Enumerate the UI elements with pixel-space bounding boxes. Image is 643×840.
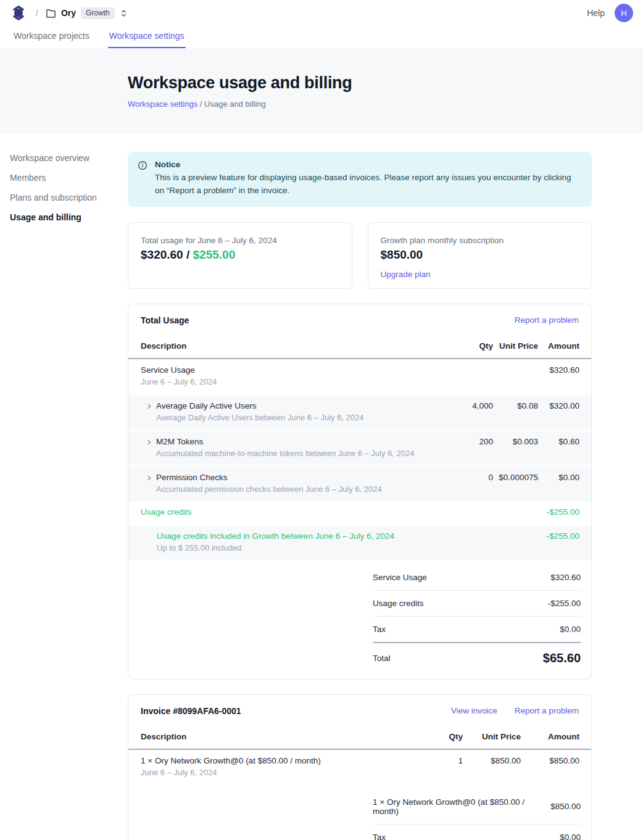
- sidebar-item-members[interactable]: Members: [10, 172, 128, 184]
- total-usage-card-label: Total usage for June 6 – July 6, 2024: [141, 236, 339, 245]
- table-row-average-daily-active-users[interactable]: Average Daily Active Users Average Daily…: [128, 395, 591, 430]
- summary-row-tax: Tax $0.00: [373, 825, 581, 840]
- row-qty: 0: [440, 473, 493, 494]
- table-row-usage-credits: Usage credits -$255.00: [128, 501, 591, 524]
- row-name: Usage credits included in Growth between…: [157, 531, 440, 541]
- breadcrumb-workspace-settings-link[interactable]: Workspace settings: [128, 99, 197, 109]
- breadcrumb: Workspace settings / Usage and billing: [128, 99, 592, 109]
- usage-table-header: Description Qty Unit Price Amount: [128, 335, 591, 359]
- summary-row-service-usage: Service Usage $320.60: [373, 565, 581, 591]
- total-usage-card: Total usage for June 6 – July 6, 2024 $3…: [128, 222, 352, 289]
- path-separator: /: [36, 8, 38, 18]
- summary-label: 1 × Ory Network Growth@0 (at $850.00 / m…: [373, 797, 550, 816]
- subscription-card-amount: $850.00: [381, 248, 579, 262]
- row-unit-price: $0.08: [493, 401, 538, 422]
- row-period: June 6 – July 6, 2024: [141, 768, 413, 777]
- row-description: Accumulated machine-to-machine tokens be…: [156, 449, 440, 458]
- plan-badge: Growth: [81, 7, 115, 19]
- summary-row-total: Total $65.60: [373, 643, 581, 667]
- report-a-problem-link[interactable]: Report a problem: [515, 706, 579, 715]
- sidebar-item-usage-and-billing[interactable]: Usage and billing: [10, 211, 128, 223]
- row-name: Usage credits: [141, 507, 440, 517]
- workspace-name: Ory: [61, 8, 76, 18]
- breadcrumb-current: Usage and billing: [204, 99, 266, 109]
- folder-icon: [46, 8, 56, 19]
- tab-workspace-projects[interactable]: Workspace projects: [12, 26, 91, 48]
- total-value: $65.60: [543, 651, 581, 665]
- invoice-table: Description Qty Unit Price Amount 1 × Or…: [128, 726, 591, 784]
- row-amount: -$255.00: [538, 531, 579, 552]
- settings-sidebar: Workspace overview Members Plans and sub…: [0, 152, 128, 840]
- summary-label: Service Usage: [373, 573, 427, 582]
- row-qty: 1: [413, 756, 463, 777]
- total-usage-card-amount: $320.60 / $255.00: [141, 248, 339, 262]
- summary-value: $320.60: [550, 573, 581, 582]
- selector-updown-icon: [120, 9, 128, 18]
- notice-banner: Notice This is a preview feature for dis…: [128, 152, 592, 207]
- subscription-card: Growth plan monthly subscription $850.00…: [368, 222, 592, 289]
- chevron-right-icon[interactable]: [146, 439, 152, 458]
- row-amount: $850.00: [521, 756, 579, 777]
- usage-table: Description Qty Unit Price Amount Servic…: [128, 335, 591, 560]
- row-amount: $0.00: [538, 473, 579, 494]
- info-icon: [138, 160, 147, 198]
- notice-body: This is a preview feature for displaying…: [155, 172, 581, 198]
- table-row-m2m-tokens[interactable]: M2M Tokens Accumulated machine-to-machin…: [128, 431, 591, 465]
- summary-label: Tax: [373, 625, 386, 634]
- row-description: Up to $ 255.00 included: [157, 543, 440, 552]
- summary-label: Usage credits: [373, 599, 424, 608]
- table-row-service-usage: Service Usage June 6 – July 6, 2024 $320…: [128, 359, 591, 394]
- column-unit-price: Unit Price: [493, 341, 538, 351]
- row-period: June 6 – July 6, 2024: [141, 377, 440, 386]
- summary-value: $0.00: [560, 833, 581, 840]
- usage-separator: /: [183, 248, 193, 261]
- top-bar: / Ory Growth Help H: [0, 0, 643, 26]
- total-usage-panel: Total Usage Report a problem Description…: [128, 304, 592, 680]
- invoice-summary: 1 × Ory Network Growth@0 (at $850.00 / m…: [373, 789, 581, 840]
- invoice-panel: Invoice #8099AFA6-0001 View invoice Repo…: [128, 694, 592, 840]
- row-name: 1 × Ory Network Growth@0 (at $850.00 / m…: [141, 756, 413, 765]
- breadcrumb-separator: /: [200, 99, 202, 109]
- notice-title: Notice: [155, 160, 581, 169]
- summary-row-tax: Tax $0.00: [373, 617, 581, 643]
- view-invoice-link[interactable]: View invoice: [451, 706, 497, 715]
- table-row-usage-credits-detail: Usage credits included in Growth between…: [128, 525, 591, 560]
- row-name: Permission Checks: [156, 473, 440, 482]
- row-unit-price: $0.000075: [493, 473, 538, 494]
- row-unit-price: $850.00: [463, 756, 521, 777]
- row-qty: 200: [440, 437, 493, 458]
- help-button[interactable]: Help: [587, 8, 605, 18]
- invoice-panel-title: Invoice #8099AFA6-0001: [141, 706, 241, 716]
- column-qty: Qty: [413, 732, 463, 741]
- workspace-tabs: Workspace projects Workspace settings: [0, 26, 643, 48]
- row-description: Average Daily Active Users between June …: [156, 413, 440, 422]
- row-description: Accumulated permission checks between Ju…: [156, 484, 440, 494]
- row-amount: $320.60: [538, 365, 579, 386]
- summary-row-subscription: 1 × Ory Network Growth@0 (at $850.00 / m…: [373, 789, 581, 825]
- sidebar-item-plans-and-subscription[interactable]: Plans and subscription: [10, 191, 128, 204]
- total-usage-panel-title: Total Usage: [141, 315, 189, 325]
- summary-value: $850.00: [550, 802, 581, 811]
- main-content: Notice This is a preview feature for dis…: [128, 152, 592, 840]
- table-row-permission-checks[interactable]: Permission Checks Accumulated permission…: [128, 467, 591, 501]
- chevron-right-icon[interactable]: [146, 475, 152, 494]
- sidebar-item-workspace-overview[interactable]: Workspace overview: [10, 152, 128, 164]
- invoice-table-header: Description Qty Unit Price Amount: [128, 726, 591, 750]
- chevron-right-icon[interactable]: [146, 403, 152, 422]
- table-row-growth-subscription: 1 × Ory Network Growth@0 (at $850.00 / m…: [128, 750, 591, 784]
- summary-value: $0.00: [560, 625, 581, 634]
- user-avatar[interactable]: H: [615, 4, 633, 22]
- subscription-card-label: Growth plan monthly subscription: [381, 236, 579, 245]
- row-name: Service Usage: [141, 365, 440, 375]
- workspace-switcher[interactable]: Ory Growth: [46, 7, 128, 19]
- column-qty: Qty: [440, 341, 493, 351]
- page-header: Workspace usage and billing Workspace se…: [0, 48, 643, 133]
- upgrade-plan-link[interactable]: Upgrade plan: [381, 270, 431, 279]
- billing-summary-cards: Total usage for June 6 – July 6, 2024 $3…: [128, 222, 592, 289]
- summary-label: Tax: [373, 833, 386, 840]
- report-a-problem-link[interactable]: Report a problem: [515, 315, 579, 325]
- ory-logo-icon[interactable]: [10, 4, 27, 22]
- tab-workspace-settings[interactable]: Workspace settings: [108, 26, 186, 48]
- row-qty: 4,000: [440, 401, 493, 422]
- column-description: Description: [141, 341, 440, 351]
